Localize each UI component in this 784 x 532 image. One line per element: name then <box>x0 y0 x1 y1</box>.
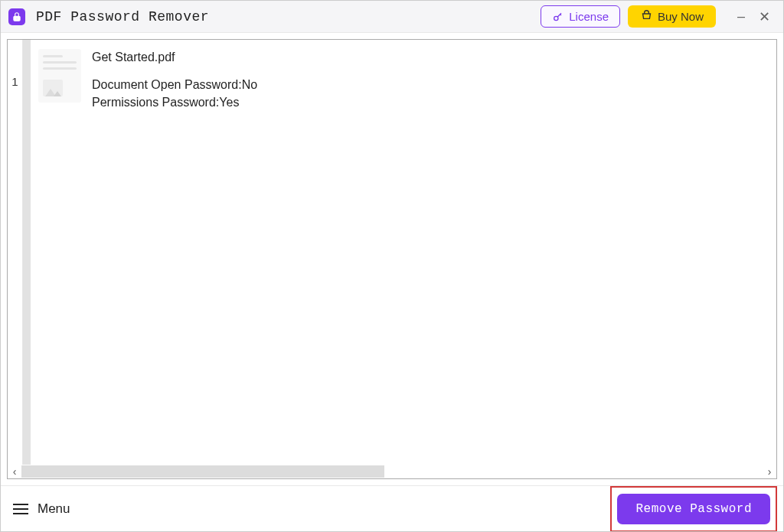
buy-now-label: Buy Now <box>658 10 704 23</box>
open-password-value: No <box>242 78 257 91</box>
cart-icon <box>640 10 653 23</box>
permissions-password-value: Yes <box>219 96 239 109</box>
permissions-password-label: Permissions Password: <box>92 96 219 109</box>
remove-password-highlight: Remove Password <box>610 486 777 532</box>
close-button[interactable]: ✕ <box>753 5 776 28</box>
file-info: Get Started.pdf Document Open Password:N… <box>92 49 257 111</box>
content-area: 1 Get Started.pdf Document Open Password… <box>1 33 783 485</box>
file-thumbnail-icon <box>38 49 81 103</box>
row-number: 1 <box>8 75 22 88</box>
file-row[interactable]: Get Started.pdf Document Open Password:N… <box>31 40 776 120</box>
file-rows: Get Started.pdf Document Open Password:N… <box>31 40 776 465</box>
hamburger-icon <box>13 504 28 514</box>
permissions-password-line: Permissions Password:Yes <box>92 94 257 111</box>
open-password-line: Document Open Password:No <box>92 77 257 93</box>
open-password-label: Document Open Password: <box>92 78 242 91</box>
titlebar: PDF Password Remover License Buy Now – ✕ <box>1 1 783 33</box>
app-icon <box>8 8 25 25</box>
menu-label: Menu <box>38 501 70 517</box>
scroll-right-icon[interactable]: › <box>763 465 776 478</box>
buy-now-button[interactable]: Buy Now <box>628 5 716 28</box>
svg-point-2 <box>554 16 558 20</box>
bottombar: Menu Remove Password <box>1 485 783 531</box>
file-panel: 1 Get Started.pdf Document Open Password… <box>7 39 777 479</box>
menu-button[interactable]: Menu <box>13 501 70 517</box>
row-number-column: 1 <box>8 40 23 465</box>
file-list: 1 Get Started.pdf Document Open Password… <box>8 40 776 465</box>
minimize-button[interactable]: – <box>730 5 753 28</box>
remove-password-button[interactable]: Remove Password <box>617 494 770 524</box>
file-name: Get Started.pdf <box>92 49 257 66</box>
license-label: License <box>569 10 609 23</box>
svg-point-1 <box>16 18 18 19</box>
horizontal-scrollbar[interactable]: ‹ › <box>8 465 776 478</box>
key-icon <box>552 11 564 23</box>
scrollbar-track[interactable] <box>21 465 763 478</box>
scroll-left-icon[interactable]: ‹ <box>8 465 21 478</box>
scrollbar-thumb[interactable] <box>21 465 384 478</box>
license-button[interactable]: License <box>541 5 620 28</box>
vertical-scrollbar[interactable] <box>23 40 31 465</box>
app-title: PDF Password Remover <box>36 9 209 24</box>
